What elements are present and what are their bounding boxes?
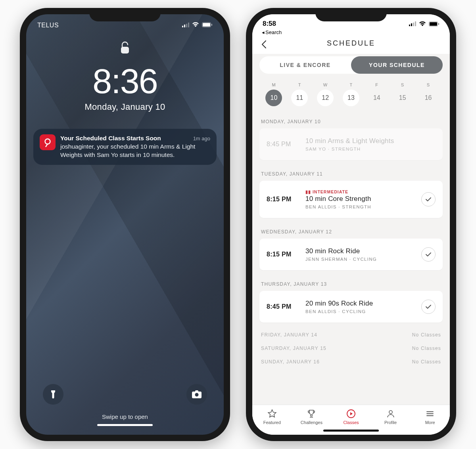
svg-rect-6 bbox=[211, 24, 212, 26]
day-cell[interactable]: W12 bbox=[313, 82, 338, 106]
menu-icon bbox=[425, 409, 435, 418]
tab-featured[interactable]: Featured bbox=[258, 409, 286, 425]
day-cell[interactable]: M10 bbox=[262, 82, 286, 106]
empty-day-row: SATURDAY, JANUARY 15No Classes bbox=[252, 342, 450, 355]
svg-rect-14 bbox=[430, 22, 437, 26]
chevron-left-icon: ◂ bbox=[262, 29, 265, 35]
svg-rect-0 bbox=[182, 26, 183, 27]
tab-classes[interactable]: Classes bbox=[337, 409, 365, 425]
tab-bar: Featured Challenges Classes bbox=[252, 405, 450, 427]
carrier-label: TELUS bbox=[37, 22, 59, 29]
peloton-app-icon bbox=[40, 134, 56, 150]
class-title: 10 min Arms & Light Weights bbox=[305, 137, 436, 145]
section-label: TUESDAY, JANUARY 11 bbox=[252, 166, 450, 181]
tab-label: More bbox=[425, 420, 435, 425]
level-icon: ▮▮ bbox=[305, 189, 311, 194]
section-label: THURSDAY, JANUARY 13 bbox=[252, 276, 450, 291]
unlock-icon bbox=[26, 41, 224, 57]
ios-lockscreen: TELUS 8:36 Monday, bbox=[26, 14, 224, 435]
page-header: SCHEDULE bbox=[252, 35, 450, 54]
empty-day-msg: No Classes bbox=[412, 332, 441, 338]
svg-rect-7 bbox=[121, 47, 129, 53]
lockscreen-date: Monday, January 10 bbox=[26, 102, 224, 112]
class-info: ▮▮ INTERMEDIATE10 min Core StrengthBEN A… bbox=[305, 189, 414, 209]
peloton-schedule-screen: 8:58 ◂ Search SCHEDULE LIVE & ENCORE Y bbox=[252, 14, 450, 435]
tab-label: Challenges bbox=[301, 420, 322, 425]
week-picker: M10T11W12T13F14S15S16 bbox=[252, 74, 450, 113]
battery-icon bbox=[429, 21, 440, 27]
star-icon bbox=[267, 409, 277, 418]
day-cell[interactable]: S16 bbox=[416, 82, 440, 106]
class-title: 20 min 90s Rock Ride bbox=[305, 300, 414, 308]
class-time: 8:15 PM bbox=[267, 196, 298, 203]
day-letter: S bbox=[401, 82, 404, 87]
day-number: 15 bbox=[394, 90, 411, 106]
svg-point-8 bbox=[45, 139, 50, 144]
empty-day-msg: No Classes bbox=[412, 346, 441, 351]
wifi-icon bbox=[192, 21, 199, 29]
tab-label: Featured bbox=[263, 420, 281, 425]
trophy-icon bbox=[307, 409, 316, 418]
day-letter: T bbox=[298, 82, 301, 87]
day-cell[interactable]: T13 bbox=[339, 82, 363, 106]
tab-profile[interactable]: Profile bbox=[377, 409, 405, 425]
notification-body: Your Scheduled Class Starts Soon 1m ago … bbox=[60, 134, 210, 159]
class-meta: SAM YO · STRENGTH bbox=[305, 147, 436, 151]
home-indicator[interactable] bbox=[323, 430, 379, 432]
class-card[interactable]: 8:15 PM30 min Rock RideJENN SHERMAN · CY… bbox=[259, 239, 443, 270]
phone-schedule: 8:58 ◂ Search SCHEDULE LIVE & ENCORE Y bbox=[246, 8, 456, 441]
tab-label: Classes bbox=[343, 420, 359, 425]
phone-lockscreen: TELUS 8:36 Monday, bbox=[20, 8, 230, 441]
flashlight-button[interactable] bbox=[43, 384, 63, 405]
class-info: 20 min 90s Rock RideBEN ALLDIS · CYCLING bbox=[305, 300, 414, 314]
section-label: MONDAY, JANUARY 10 bbox=[252, 113, 450, 128]
check-icon[interactable] bbox=[421, 247, 436, 262]
camera-button[interactable] bbox=[186, 384, 207, 405]
day-letter: S bbox=[427, 82, 430, 87]
class-card[interactable]: 8:45 PM10 min Arms & Light WeightsSAM YO… bbox=[259, 128, 443, 160]
status-time: 8:58 bbox=[263, 20, 276, 28]
back-button[interactable] bbox=[261, 40, 267, 51]
tab-challenges[interactable]: Challenges bbox=[298, 409, 325, 425]
class-info: 30 min Rock RideJENN SHERMAN · CYCLING bbox=[305, 247, 414, 262]
day-number: 14 bbox=[369, 90, 385, 106]
lockscreen-time: 8:36 bbox=[26, 64, 224, 99]
breadcrumb-label: Search bbox=[265, 29, 282, 35]
check-icon[interactable] bbox=[421, 300, 436, 314]
day-number: 12 bbox=[317, 90, 334, 106]
class-card[interactable]: 8:45 PM20 min 90s Rock RideBEN ALLDIS · … bbox=[259, 291, 443, 323]
notch bbox=[315, 8, 387, 21]
home-indicator[interactable] bbox=[97, 424, 153, 426]
svg-rect-9 bbox=[409, 25, 410, 26]
empty-day-msg: No Classes bbox=[412, 359, 441, 365]
day-cell[interactable]: S15 bbox=[390, 82, 415, 106]
notch bbox=[89, 8, 161, 21]
svg-point-17 bbox=[389, 411, 392, 414]
day-number: 16 bbox=[420, 90, 437, 106]
class-level: ▮▮ INTERMEDIATE bbox=[305, 189, 414, 194]
profile-icon bbox=[386, 409, 395, 418]
status-icons bbox=[182, 21, 213, 29]
day-letter: M bbox=[272, 82, 276, 87]
notification-title: Your Scheduled Class Starts Soon bbox=[60, 134, 161, 143]
check-icon[interactable] bbox=[421, 192, 436, 206]
breadcrumb-back[interactable]: ◂ Search bbox=[252, 28, 450, 35]
signal-icon bbox=[409, 21, 416, 26]
class-card[interactable]: 8:15 PM▮▮ INTERMEDIATE10 min Core Streng… bbox=[259, 181, 443, 218]
class-title: 30 min Rock Ride bbox=[305, 247, 414, 255]
notification-time: 1m ago bbox=[193, 135, 210, 142]
notification-card[interactable]: Your Scheduled Class Starts Soon 1m ago … bbox=[33, 129, 217, 165]
day-letter: W bbox=[323, 82, 328, 87]
day-letter: T bbox=[349, 82, 352, 87]
tab-your-schedule[interactable]: YOUR SCHEDULE bbox=[351, 56, 443, 74]
status-icons bbox=[409, 21, 440, 27]
tab-more[interactable]: More bbox=[416, 409, 444, 425]
class-time: 8:15 PM bbox=[267, 251, 298, 258]
page-title: SCHEDULE bbox=[327, 39, 375, 47]
svg-rect-2 bbox=[186, 24, 187, 27]
day-number: 10 bbox=[265, 90, 282, 106]
day-cell[interactable]: F14 bbox=[365, 82, 389, 106]
day-cell[interactable]: T11 bbox=[288, 82, 312, 106]
svg-rect-11 bbox=[413, 23, 414, 26]
tab-live-encore[interactable]: LIVE & ENCORE bbox=[259, 56, 351, 74]
